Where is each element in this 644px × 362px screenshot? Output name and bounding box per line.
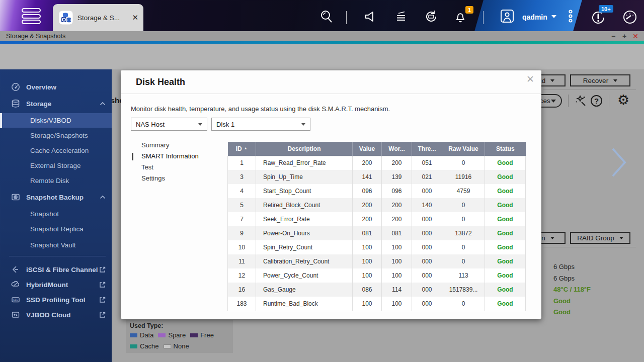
cell: 0 (442, 297, 485, 311)
device-info-value: 6 Gbps (553, 273, 591, 285)
external-link-icon (99, 297, 106, 303)
table-row[interactable]: 9Power-On_Hours08108100013872Good (228, 226, 526, 240)
column-header-thre[interactable]: Thre... (412, 142, 442, 156)
more-menu-icon[interactable] (567, 9, 575, 24)
cell: 0 (442, 212, 485, 226)
used-type-legend: Used Type: DataSpareFreeCacheNone (126, 320, 233, 353)
sidebar-item-snapshot-backup[interactable]: Snapshot Backup (0, 190, 112, 205)
legend-item: Data (130, 331, 153, 339)
user-avatar-icon[interactable] (499, 8, 515, 23)
column-header-wor[interactable]: Wor... (382, 142, 412, 156)
disk-select[interactable]: Disk 1 (211, 118, 310, 131)
user-menu-caret-icon[interactable] (551, 15, 556, 18)
sidebar-item-label: Remote Disk (30, 177, 69, 185)
table-row[interactable]: 5Retired_Block_Count2002001400Good (228, 198, 526, 212)
table-row[interactable]: 12Power_Cycle_Count100100000113Good (228, 268, 526, 283)
app-tab[interactable]: Storage & S... ✕ (53, 4, 143, 31)
cell: 200 (382, 156, 412, 170)
cell: 000 (412, 283, 442, 297)
header-divider (609, 95, 609, 107)
table-row[interactable]: 7Seek_Error_Rate2002000000Good (228, 212, 526, 226)
cell: Raw_Read_Error_Rate (256, 156, 353, 170)
cell: 4 (228, 184, 256, 198)
cell: 200 (353, 198, 382, 212)
table-row[interactable]: 3Spin_Up_Time14113902111916Good (228, 170, 526, 184)
nav-item-settings[interactable]: Settings (121, 173, 199, 184)
dialog-separator (121, 94, 541, 94)
minimize-button[interactable]: − (608, 31, 619, 41)
event-log-icon[interactable] (393, 9, 409, 24)
table-row[interactable]: 11Calibration_Retry_Count1001000000Good (228, 254, 526, 268)
cell: Seek_Error_Rate (256, 212, 353, 226)
close-window-button[interactable]: ✕ (630, 31, 641, 41)
chevron-up-icon[interactable] (100, 102, 106, 106)
cell: 100 (353, 254, 382, 268)
table-row[interactable]: 10Spin_Retry_Count1001000000Good (228, 240, 526, 254)
snapshot-camera-icon (11, 193, 20, 202)
sidebar-item-vjbod-cloud[interactable]: VJBOD Cloud (0, 307, 112, 322)
ssd-icon: SSD (11, 295, 20, 304)
sidebar-item-iscsi-fibre-channel[interactable]: iSCSI & Fibre Channel (0, 262, 112, 277)
cell: 081 (353, 226, 382, 240)
nav-item-summary[interactable]: Summary (121, 140, 199, 151)
column-header-status[interactable]: Status (485, 142, 526, 156)
notification-speaker-icon[interactable] (363, 9, 378, 24)
sidebar-item-ssd-profiling-tool[interactable]: SSD SSD Profiling Tool (0, 292, 112, 307)
raid-group-button[interactable]: RAID Group (570, 232, 630, 244)
main-menu-button[interactable] (22, 8, 42, 26)
legend-swatch (190, 333, 198, 337)
table-row[interactable]: 16Gas_Gauge0861140001517839...Good (228, 283, 526, 297)
cell: 100 (382, 254, 412, 268)
sidebar-item-overview[interactable]: Overview (0, 79, 112, 95)
sidebar-item-snapshot-vault[interactable]: Snapshot Vault (0, 237, 112, 252)
sort-ascending-icon: ▲ (244, 146, 248, 150)
external-link-icon (99, 312, 106, 318)
nas-host-select[interactable]: NAS Host (131, 118, 207, 131)
sidebar-item-snapshot-replica[interactable]: Snapshot Replica (0, 221, 112, 236)
legend-swatch (158, 333, 166, 337)
table-row[interactable]: 4Start_Stop_Count0960960004759Good (228, 184, 526, 198)
chevron-up-icon[interactable] (100, 195, 106, 199)
user-name[interactable]: qadmin (522, 13, 547, 21)
sidebar-item-remote-disk[interactable]: Remote Disk (0, 173, 112, 188)
sidebar-item-label: SSD Profiling Tool (26, 296, 86, 304)
nav-item-test[interactable]: Test (121, 162, 199, 173)
recover-button[interactable]: Recover (570, 74, 630, 86)
sidebar-item-storage-snapshots[interactable]: Storage/Snapshots (0, 128, 112, 143)
sidebar-divider (9, 256, 106, 256)
screen: Storage & S... ✕ (0, 0, 644, 362)
cell: 183 (228, 297, 256, 311)
sidebar-item-disks-vjbod[interactable]: Disks/VJBOD (0, 113, 112, 128)
column-header-value[interactable]: Value (353, 142, 382, 156)
settings-gear-icon[interactable]: ⚙ (617, 94, 629, 107)
cell: Power-On_Hours (256, 226, 353, 240)
sidebar-item-cache-acceleration[interactable]: Cache Acceleration (0, 143, 112, 158)
table-row[interactable]: 183Runtime_Bad_Block1001000000Good (228, 297, 526, 311)
tab-close-icon[interactable]: ✕ (132, 13, 138, 22)
column-header-description[interactable]: Description (256, 142, 353, 156)
external-link-icon (99, 282, 106, 288)
smart-wizard-icon[interactable] (574, 95, 587, 110)
sidebar-item-snapshot[interactable]: Snapshot (0, 206, 112, 221)
cell: Calibration_Retry_Count (256, 254, 353, 268)
carousel-next-icon[interactable] (610, 147, 628, 178)
resource-monitor-icon[interactable] (622, 9, 638, 24)
cell: 200 (353, 156, 382, 170)
sidebar-item-label: Snapshot (30, 210, 59, 218)
sidebar-item-hybridmount[interactable]: HybridMount (0, 277, 112, 292)
dialog-close-icon[interactable]: ✕ (526, 73, 534, 85)
column-header-rawvalue[interactable]: Raw Value (442, 142, 485, 156)
sidebar-item-external-storage[interactable]: External Storage (0, 158, 112, 173)
sync-status-icon[interactable] (424, 9, 439, 24)
cell: 000 (412, 226, 442, 240)
table-row[interactable]: 1Raw_Read_Error_Rate2002000510Good (228, 156, 526, 170)
maximize-button[interactable]: + (619, 31, 630, 41)
cell: Good (485, 254, 526, 268)
help-icon[interactable]: ? (591, 95, 602, 107)
app-header: Storage & Snapshots External Storage Dev… (0, 44, 644, 69)
window-titlebar[interactable]: Storage & Snapshots − + ✕ (0, 31, 644, 41)
column-header-id[interactable]: ID▲ (228, 142, 256, 156)
nav-item-smart-information[interactable]: SMART Information (121, 151, 199, 162)
sidebar-item-storage[interactable]: Storage (0, 96, 112, 111)
search-icon[interactable] (319, 9, 334, 24)
